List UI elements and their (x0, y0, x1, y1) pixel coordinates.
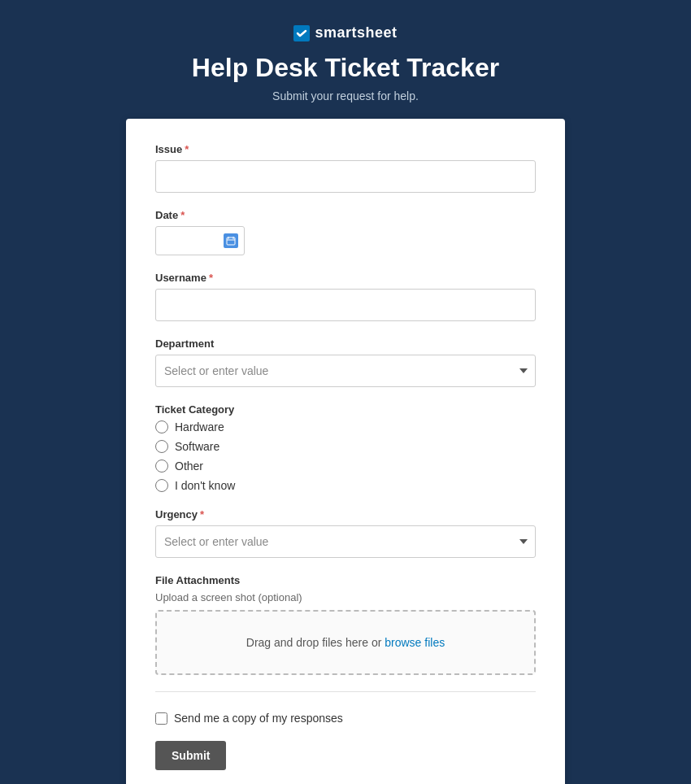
form-container: Issue* Date* Username* Dep (126, 119, 565, 784)
username-required: * (209, 272, 213, 284)
radio-other[interactable]: Other (155, 460, 536, 473)
page-subtitle: Submit your request for help. (272, 89, 419, 102)
urgency-select[interactable]: Select or enter value Low Medium High Cr… (155, 525, 536, 558)
date-input-wrapper (155, 226, 245, 255)
submit-button[interactable]: Submit (155, 741, 226, 770)
radio-software[interactable]: Software (155, 440, 536, 453)
smartsheet-logo-icon (293, 25, 310, 41)
radio-other-label: Other (175, 460, 203, 473)
urgency-required: * (200, 508, 204, 520)
logo-area: smartsheet (293, 24, 397, 41)
department-select[interactable]: Select or enter value IT HR Finance Oper… (155, 355, 536, 387)
ticket-category-label: Ticket Category (155, 403, 536, 416)
date-input[interactable] (155, 226, 245, 255)
browse-files-link[interactable]: browse files (385, 636, 445, 649)
urgency-select-wrapper: Select or enter value Low Medium High Cr… (155, 525, 536, 558)
form-divider (155, 691, 536, 692)
department-group: Department Select or enter value IT HR F… (155, 338, 536, 387)
date-group: Date* (155, 209, 536, 255)
username-input[interactable] (155, 289, 536, 321)
file-attachments-subtitle: Upload a screen shot (optional) (155, 591, 536, 603)
file-attachments-label: File Attachments (155, 574, 536, 586)
ticket-category-radio-group: Hardware Software Other I don't know (155, 420, 536, 492)
department-select-wrapper: Select or enter value IT HR Finance Oper… (155, 355, 536, 387)
file-upload-text: Drag and drop files here or browse files (173, 636, 518, 649)
page-title: Help Desk Ticket Tracker (192, 53, 499, 83)
radio-idontknow-input[interactable] (155, 479, 168, 492)
file-attachments-group: File Attachments Upload a screen shot (o… (155, 574, 536, 675)
copy-response-row: Send me a copy of my responses (155, 712, 536, 725)
date-required: * (180, 209, 185, 221)
copy-responses-label[interactable]: Send me a copy of my responses (174, 712, 343, 725)
issue-input[interactable] (155, 160, 536, 193)
ticket-category-group: Ticket Category Hardware Software Other … (155, 403, 536, 492)
date-label: Date* (155, 209, 536, 221)
radio-idontknow[interactable]: I don't know (155, 479, 536, 492)
radio-hardware-label: Hardware (175, 420, 224, 433)
issue-label: Issue* (155, 143, 536, 155)
radio-hardware[interactable]: Hardware (155, 420, 536, 433)
username-label: Username* (155, 272, 536, 284)
copy-responses-checkbox[interactable] (155, 712, 167, 725)
radio-software-input[interactable] (155, 440, 168, 453)
file-upload-area[interactable]: Drag and drop files here or browse files (155, 610, 536, 675)
radio-hardware-input[interactable] (155, 420, 168, 433)
radio-software-label: Software (175, 440, 219, 453)
username-group: Username* (155, 272, 536, 321)
department-label: Department (155, 338, 536, 350)
issue-required: * (185, 143, 189, 155)
urgency-label: Urgency* (155, 508, 536, 520)
urgency-group: Urgency* Select or enter value Low Mediu… (155, 508, 536, 558)
drag-drop-text: Drag and drop files here or (246, 636, 385, 649)
logo-text: smartsheet (315, 24, 397, 41)
radio-other-input[interactable] (155, 460, 168, 473)
issue-group: Issue* (155, 143, 536, 193)
radio-idontknow-label: I don't know (175, 479, 235, 492)
page-header: smartsheet Help Desk Ticket Tracker Subm… (192, 24, 499, 102)
